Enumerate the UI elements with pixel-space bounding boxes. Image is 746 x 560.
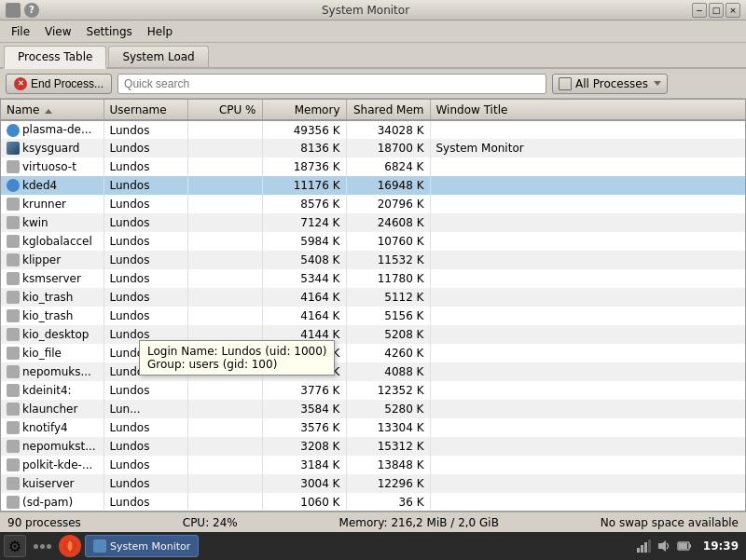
table-row[interactable]: nepomukst... Lundos 3208 K 15312 K (1, 437, 745, 456)
table-row[interactable]: nepomuks... Lundos 3844 K 4088 K (1, 362, 745, 381)
process-icon (7, 477, 20, 490)
cell-user: Lundos (104, 251, 187, 269)
table-row[interactable]: kuiserver Lundos 3004 K 12296 K (1, 474, 745, 493)
table-row[interactable]: kio_desktop Lundos 4144 K 5208 K (1, 325, 745, 344)
help-icon[interactable]: ? (24, 3, 39, 18)
cell-shared: 4088 K (346, 362, 430, 381)
table-row[interactable]: plasma-de... Lundos 49356 K 34028 K (1, 120, 745, 139)
table-row[interactable]: ksysguard Lundos 8136 K 18700 K System M… (1, 139, 745, 157)
col-header-cpu[interactable]: CPU % (187, 100, 262, 120)
cell-window (430, 400, 745, 418)
table-row[interactable]: virtuoso-t Lundos 18736 K 6824 K (1, 157, 745, 176)
search-input[interactable] (117, 74, 546, 94)
cell-name: virtuoso-t (1, 157, 104, 176)
end-process-button[interactable]: ✕ End Process... (6, 74, 112, 94)
table-row[interactable]: klipper Lundos 5408 K 11532 K (1, 251, 745, 269)
cell-memory: 7124 K (262, 213, 346, 232)
table-row[interactable]: polkit-kde-... Lundos 3184 K 13848 K (1, 456, 745, 474)
cell-name: knotify4 (1, 418, 104, 437)
maximize-btn[interactable]: □ (709, 3, 724, 18)
col-header-shared[interactable]: Shared Mem (346, 100, 430, 120)
table-row[interactable]: krunner Lundos 8576 K 20796 K (1, 195, 745, 213)
cell-memory: 5344 K (262, 269, 346, 288)
table-row[interactable]: (sd-pam) Lundos 1060 K 36 K (1, 493, 745, 510)
table-row[interactable]: kded4 Lundos 11176 K 16948 K (1, 176, 745, 195)
table-row[interactable]: kdeinit4: Lundos 3776 K 12352 K (1, 381, 745, 400)
process-icon (7, 347, 20, 360)
cell-cpu (187, 456, 262, 474)
col-header-username[interactable]: Username (104, 100, 187, 120)
cell-cpu (187, 307, 262, 325)
cell-window (430, 269, 745, 288)
cell-cpu (187, 120, 262, 139)
filter-dropdown[interactable]: All Processes (552, 74, 668, 94)
cell-cpu (187, 269, 262, 288)
table-row[interactable]: kio_trash Lundos 4164 K 5112 K (1, 288, 745, 307)
cell-user: Lundos (104, 474, 187, 493)
cell-cpu (187, 139, 262, 157)
cell-shared: 5208 K (346, 325, 430, 344)
table-scroll[interactable]: Name Username CPU % Memory (1, 100, 745, 510)
cell-shared: 12296 K (346, 474, 430, 493)
cell-memory: 3184 K (262, 456, 346, 474)
cell-shared: 5112 K (346, 288, 430, 307)
sound-tray-icon (656, 539, 671, 553)
tab-process-table[interactable]: Process Table (4, 46, 106, 69)
cell-window (430, 325, 745, 344)
cell-user: Lundos (104, 418, 187, 437)
cell-name: klauncher (1, 400, 104, 418)
menu-settings[interactable]: Settings (79, 23, 140, 40)
cell-user: Lundos (104, 456, 187, 474)
cell-user: Lundos (104, 120, 187, 139)
table-row[interactable]: ksmserver Lundos 5344 K 11780 K (1, 269, 745, 288)
cell-name: ksysguard (1, 139, 104, 157)
minimize-btn[interactable]: − (692, 3, 707, 18)
table-row[interactable]: kio_trash Lundos 4164 K 5156 K (1, 307, 745, 325)
tooltip-line2: Group: users (gid: 100) (147, 358, 326, 371)
menu-view[interactable]: View (37, 23, 78, 40)
cell-user: Lun... (104, 400, 187, 418)
sysmonitor-icon (93, 540, 106, 553)
cell-window (430, 307, 745, 325)
cell-cpu (187, 251, 262, 269)
col-header-window[interactable]: Window Title (430, 100, 745, 120)
status-swap: No swap space available (601, 516, 739, 529)
end-process-label: End Process... (31, 77, 104, 90)
cell-shared: 5280 K (346, 400, 430, 418)
dot-1 (34, 544, 38, 549)
table-row[interactable]: kio_file Lundos 3864 K 4260 K (1, 344, 745, 362)
tab-system-load[interactable]: System Load (108, 46, 208, 67)
cell-window (430, 251, 745, 269)
table-row[interactable]: kglobalaccel Lundos 5984 K 10760 K (1, 232, 745, 251)
col-header-memory[interactable]: Memory (262, 100, 346, 120)
cell-name: krunner (1, 195, 104, 213)
cell-memory: 1060 K (262, 493, 346, 510)
taskbar-browser-icon[interactable] (59, 535, 81, 557)
process-icon (7, 403, 20, 416)
cell-window (430, 157, 745, 176)
process-icon (7, 142, 20, 155)
cell-name: kuiserver (1, 474, 104, 493)
status-cpu: CPU: 24% (183, 516, 238, 529)
filter-label: All Processes (575, 77, 648, 90)
table-row[interactable]: knotify4 Lundos 3576 K 13304 K (1, 418, 745, 437)
cell-shared: 20796 K (346, 195, 430, 213)
cell-cpu (187, 213, 262, 232)
cell-name: kio_file (1, 344, 104, 362)
cell-cpu (187, 437, 262, 456)
col-header-name[interactable]: Name (1, 100, 104, 120)
taskbar-start-button[interactable]: ⚙ (4, 535, 26, 557)
close-btn[interactable]: × (725, 3, 740, 18)
cell-user: Lundos (104, 195, 187, 213)
sort-icon-name (45, 109, 52, 114)
cell-memory: 4164 K (262, 307, 346, 325)
cell-memory: 11176 K (262, 176, 346, 195)
statusbar: 90 processes CPU: 24% Memory: 216,2 MiB … (0, 512, 746, 532)
menu-file[interactable]: File (4, 23, 37, 40)
taskbar-sysmonitor-button[interactable]: System Monitor (85, 535, 199, 557)
menu-help[interactable]: Help (140, 23, 180, 40)
cell-shared: 34028 K (346, 120, 430, 139)
table-row[interactable]: klauncher Lun... 3584 K 5280 K (1, 400, 745, 418)
cell-name: nepomuks... (1, 362, 104, 381)
table-row[interactable]: kwin Lundos 7124 K 24608 K (1, 213, 745, 232)
